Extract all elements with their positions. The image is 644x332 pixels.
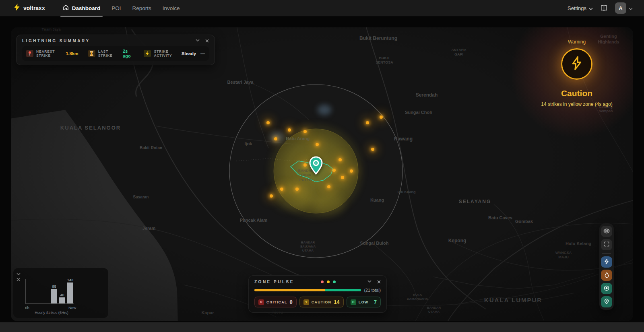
pulse-bar-fill-green <box>325 289 361 291</box>
alert-detail-text: 14 strikes in yellow zone (4s ago) <box>520 101 633 107</box>
avatar-chevron-down-icon <box>629 4 633 12</box>
strike-dot <box>341 176 344 179</box>
avatar-menu[interactable]: A <box>615 2 633 14</box>
critical-value: 0 <box>290 299 293 305</box>
drop-icon <box>605 272 609 279</box>
summary-close-icon[interactable] <box>205 39 209 43</box>
eye-icon <box>603 229 610 235</box>
strike-dot <box>266 121 270 124</box>
home-icon <box>63 4 69 12</box>
zone-distribution-bar <box>254 289 361 291</box>
tab-dashboard-label: Dashboard <box>72 5 101 11</box>
chevron-down-icon <box>589 5 593 11</box>
alert-status-label: Caution <box>537 89 617 98</box>
settings-label: Settings <box>568 5 586 11</box>
avatar: A <box>615 2 626 14</box>
strike-dot <box>288 128 291 132</box>
recent-strike-glow <box>318 105 331 115</box>
pulse-bar-fill-yellow <box>254 289 325 291</box>
zone-pulse-panel: ZONE PULSE (21 total) <box>248 275 387 313</box>
chart-bar-value: 98 <box>52 285 56 289</box>
hourglass-icon <box>88 50 95 57</box>
strike-dot <box>270 194 273 198</box>
poi-pin-button[interactable] <box>601 296 612 307</box>
stat-strike-activity: STRIKE ACTIVITY Steady — <box>144 49 205 58</box>
chip-critical: R CRITICAL 0 <box>254 297 297 307</box>
caution-badge: Y <box>303 299 309 305</box>
stat-value: 1.8km <box>66 51 78 56</box>
caution-label: CAUTION <box>312 300 331 304</box>
pulse-total-label: (21 total) <box>364 288 381 293</box>
chart-close-icon[interactable] <box>17 278 21 281</box>
x-tick-left: -6h <box>24 305 29 310</box>
center-target-button[interactable] <box>601 283 612 294</box>
tab-poi[interactable]: POI <box>106 0 126 16</box>
docs-book-icon[interactable] <box>600 5 608 11</box>
visibility-eye-button[interactable] <box>601 226 612 237</box>
recent-strike-glow <box>270 132 284 142</box>
strike-dot <box>280 188 283 191</box>
target-icon <box>604 285 609 292</box>
pin-icon <box>604 299 609 305</box>
yellow-dot <box>327 280 330 283</box>
chart-title: Hourly Strikes (6Hrs) <box>25 311 78 315</box>
strike-dot <box>366 121 369 124</box>
green-dot <box>333 280 336 283</box>
strike-dot <box>339 158 342 161</box>
stat-label: NEAREST STRIKE <box>36 49 62 58</box>
pulse-collapse-chevron-icon[interactable] <box>367 280 372 284</box>
top-nav: voltraxx Dashboard POI Reports Invoice S… <box>0 0 644 16</box>
stat-value: 2s ago <box>123 49 134 58</box>
summary-title: LIGHTNING SUMMARY <box>22 39 90 43</box>
low-badge: C <box>351 299 356 305</box>
caution-value: 14 <box>334 299 339 305</box>
settings-button[interactable]: Settings <box>568 5 593 11</box>
footer-bar <box>0 322 644 332</box>
bolt-icon <box>144 50 151 57</box>
poi-pin-marker[interactable] <box>309 156 323 175</box>
tab-reports[interactable]: Reports <box>126 0 157 16</box>
summary-stats-row: NEAREST STRIKE 1.8km LAST STRIKE 2s ago … <box>22 46 209 61</box>
x-tick-right: Now <box>68 305 76 310</box>
rain-layer-button[interactable] <box>601 270 612 281</box>
chip-low: C LOW 7 <box>347 297 381 307</box>
stat-label: LAST STRIKE <box>98 49 119 58</box>
tab-reports-label: Reports <box>132 5 151 11</box>
chart-bar <box>59 297 65 303</box>
map-pin-icon <box>26 50 33 57</box>
summary-collapse-chevron-icon[interactable] <box>196 39 200 43</box>
pulse-close-icon[interactable] <box>377 280 381 284</box>
brand-name: voltraxx <box>23 5 45 11</box>
alert-warning-label: Warning <box>549 39 605 45</box>
hourly-strikes-widget: 9840143 -6h Now Hourly Strikes (6Hrs) <box>13 268 108 318</box>
strike-dot <box>274 137 277 140</box>
lightning-summary-panel: LIGHTNING SUMMARY NEAREST STRIKE 1.8km <box>16 35 215 65</box>
tab-dashboard[interactable]: Dashboard <box>57 0 106 16</box>
strike-dot <box>295 188 299 191</box>
expand-icon <box>604 241 609 248</box>
strike-dot <box>327 185 330 188</box>
chart-bar <box>67 283 73 303</box>
low-label: LOW <box>359 300 369 304</box>
stat-label: STRIKE ACTIVITY <box>154 49 178 58</box>
fullscreen-button[interactable] <box>601 239 612 250</box>
hourly-chart-plot: 9840143 <box>25 279 74 304</box>
chart-bar <box>51 289 57 303</box>
chart-bar-value: 143 <box>67 278 73 282</box>
stat-value: Steady <box>182 51 196 56</box>
chart-collapse-chevron-icon[interactable] <box>17 273 21 275</box>
tab-invoice[interactable]: Invoice <box>157 0 186 16</box>
brand: voltraxx <box>14 4 45 12</box>
critical-label: CRITICAL <box>266 300 287 304</box>
stat-nearest-strike: NEAREST STRIKE 1.8km <box>26 49 78 58</box>
alert-bolt-icon <box>571 56 583 72</box>
strike-dot <box>380 115 383 119</box>
stat-last-strike: LAST STRIKE 2s ago <box>88 49 134 58</box>
map-canvas[interactable]: KUALA SELANGORBukit RotanBestari JayaIjo… <box>11 27 633 321</box>
alert-ring <box>561 48 592 80</box>
red-dot <box>321 280 324 283</box>
pulse-title: ZONE PULSE <box>254 280 294 284</box>
lightning-layer-button[interactable] <box>601 256 612 268</box>
logo-bolt-icon <box>14 4 20 12</box>
chart-bar-value: 40 <box>60 293 64 297</box>
